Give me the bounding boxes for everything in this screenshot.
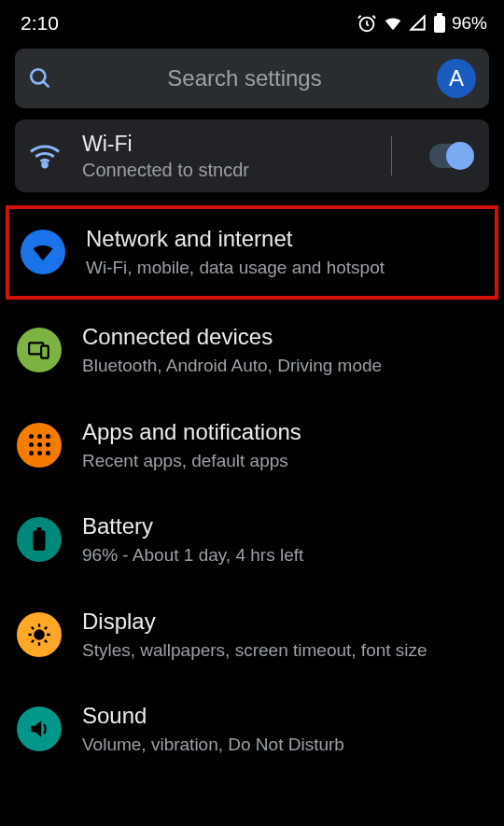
item-subtitle: Styles, wallpapers, screen timeout, font… <box>82 639 485 663</box>
wifi-quick-card[interactable]: Wi-Fi Connected to stncdr <box>15 119 489 192</box>
wifi-card-divider <box>391 136 392 175</box>
display-icon <box>17 612 62 657</box>
item-network-internet[interactable]: Network and internet Wi-Fi, mobile, data… <box>6 205 498 300</box>
item-title: Connected devices <box>82 324 485 351</box>
search-icon <box>28 66 52 91</box>
status-icons: 96% <box>357 13 487 34</box>
apps-icon <box>17 423 62 468</box>
item-sound[interactable]: Sound Volume, vibration, Do Not Disturb <box>0 682 504 777</box>
item-title: Display <box>82 609 485 636</box>
svg-rect-1 <box>434 16 445 33</box>
item-connected-devices[interactable]: Connected devices Bluetooth, Android Aut… <box>0 303 504 398</box>
item-title: Apps and notifications <box>82 419 485 446</box>
item-subtitle: Recent apps, default apps <box>82 450 485 473</box>
item-title: Battery <box>82 513 485 540</box>
search-bar[interactable]: Search settings A <box>15 49 489 108</box>
item-subtitle: 96% - About 1 day, 4 hrs left <box>82 544 485 567</box>
settings-list: Network and internet Wi-Fi, mobile, data… <box>0 205 504 777</box>
item-battery[interactable]: Battery 96% - About 1 day, 4 hrs left <box>0 493 504 587</box>
battery-percent: 96% <box>452 13 487 34</box>
account-avatar[interactable]: A <box>437 59 476 98</box>
search-placeholder: Search settings <box>71 65 418 91</box>
wifi-card-title: Wi-Fi <box>82 132 365 157</box>
network-icon <box>21 230 65 274</box>
svg-rect-8 <box>36 527 41 530</box>
item-subtitle: Bluetooth, Android Auto, Driving mode <box>82 355 485 378</box>
connected-devices-icon <box>17 328 62 372</box>
svg-point-4 <box>43 163 48 168</box>
battery-item-icon <box>17 517 62 562</box>
wifi-status-icon <box>383 13 403 34</box>
item-subtitle: Volume, vibration, Do Not Disturb <box>82 734 485 757</box>
alarm-icon <box>357 13 377 34</box>
wifi-toggle[interactable] <box>429 144 472 168</box>
wifi-toggle-knob <box>446 142 474 170</box>
item-title: Network and internet <box>86 226 482 253</box>
svg-rect-6 <box>41 346 49 358</box>
svg-rect-2 <box>437 13 442 16</box>
cellular-icon <box>409 14 427 33</box>
item-display[interactable]: Display Styles, wallpapers, screen timeo… <box>0 588 504 682</box>
svg-point-9 <box>35 630 43 638</box>
item-subtitle: Wi-Fi, mobile, data usage and hotspot <box>86 257 482 280</box>
status-time: 2:10 <box>21 12 59 35</box>
item-apps-notifications[interactable]: Apps and notifications Recent apps, defa… <box>0 399 504 493</box>
wifi-icon <box>28 139 62 173</box>
wifi-card-subtitle: Connected to stncdr <box>82 160 365 181</box>
svg-rect-7 <box>34 531 46 552</box>
status-bar: 2:10 96% <box>0 0 504 43</box>
wifi-card-texts: Wi-Fi Connected to stncdr <box>82 132 365 181</box>
battery-icon <box>433 13 446 34</box>
sound-icon <box>17 707 62 751</box>
item-title: Sound <box>82 703 485 730</box>
